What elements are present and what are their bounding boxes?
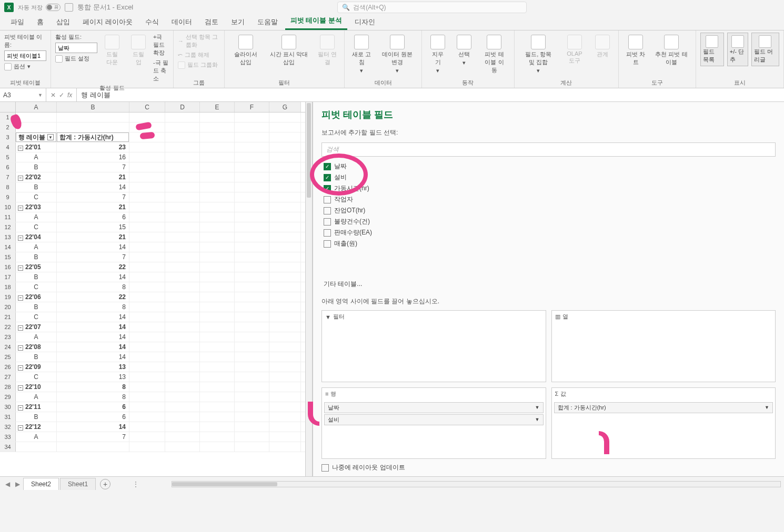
row-header[interactable]: 6 [0,162,16,172]
pivot-value-cell[interactable]: 14 [57,312,129,322]
tab-home[interactable]: 홈 [32,14,49,30]
field-settings-button[interactable]: 필드 설정 [55,54,97,63]
collapse-icon[interactable]: − [18,365,23,371]
pivot-item-cell[interactable]: C [16,282,57,292]
options-button[interactable]: 옵션 ▾ [4,62,46,71]
row-pill[interactable]: 날짜▼ [324,402,544,413]
col-header-E[interactable]: E [200,102,235,112]
row-header[interactable]: 14 [0,242,16,252]
pivot-item-cell[interactable] [16,442,57,452]
row-label-dropdown-icon[interactable]: ▼ [47,134,54,140]
tab-review[interactable]: 검토 [199,14,224,30]
spreadsheet[interactable]: A B C D E F G 123행 레이블▼합계 : 가동시간(hr)4−22… [0,102,305,476]
tab-insert[interactable]: 삽입 [51,14,75,30]
tab-pivot-analyze[interactable]: 피벗 테이블 분석 [285,13,347,30]
row-header[interactable]: 29 [0,392,16,402]
field-headers-toggle[interactable]: 필드 머리글 [751,33,779,66]
field-item[interactable]: 작업자 [321,194,776,205]
col-header-D[interactable]: D [165,102,200,112]
pivot-group-cell[interactable]: −22'11 [16,402,57,412]
pivot-group-cell[interactable]: −22'06 [16,292,57,302]
field-item[interactable]: 판매수량(EA) [321,227,776,238]
pivot-group-cell[interactable]: −22'01 [16,142,57,152]
pivot-item-cell[interactable]: A [16,392,57,402]
calc-field-button[interactable]: 필드, 항목 및 집합 ▾ [519,33,558,76]
collapse-icon[interactable]: − [18,405,23,411]
field-item[interactable]: ✓설비 [321,172,776,183]
pivot-value-cell[interactable]: 8 [57,302,129,312]
pivot-value-cell[interactable]: 14 [57,332,129,342]
row-header[interactable]: 32 [0,422,16,432]
collapse-icon[interactable]: − [18,345,23,351]
pivot-value-cell[interactable]: 14 [57,352,129,362]
expand-field-button[interactable]: +극 필드 확장 [153,33,169,57]
area-rows[interactable]: ≡행 날짜▼설비▼ [321,387,546,459]
collapse-icon[interactable]: − [18,146,23,151]
pivot-item-cell[interactable]: B [16,162,57,172]
autosave-toggle[interactable]: 자동 저장 끔 [18,4,61,12]
refresh-button[interactable]: 새로 고침 ▾ [349,33,374,76]
row-header[interactable]: 27 [0,372,16,382]
tab-help[interactable]: 도움말 [252,14,283,30]
pivot-value-cell[interactable]: 22 [57,262,129,272]
pivot-item-cell[interactable]: A [16,432,57,442]
row-header[interactable]: 23 [0,332,16,342]
row-header[interactable]: 22 [0,322,16,332]
horizontal-scrollbar[interactable] [172,481,781,487]
pivot-value-cell[interactable]: 14 [57,422,129,432]
row-header[interactable]: 8 [0,182,16,192]
row-header[interactable]: 11 [0,212,16,222]
pivot-value-cell[interactable]: 21 [57,232,129,242]
pivot-value-cell[interactable]: 13 [57,372,129,382]
pivot-value-cell[interactable]: 8 [57,392,129,402]
row-header[interactable]: 1 [0,112,16,122]
tab-view[interactable]: 보기 [226,14,250,30]
select-button[interactable]: 선택 ▾ [453,33,476,68]
pivot-value-cell[interactable]: 22 [57,292,129,302]
row-header[interactable]: 28 [0,382,16,392]
pivot-group-cell[interactable]: −22'09 [16,362,57,372]
row-header[interactable]: 19 [0,292,16,302]
row-header[interactable]: 4 [0,142,16,152]
collapse-icon[interactable]: − [18,325,23,331]
pivot-value-cell[interactable]: 14 [57,182,129,192]
pivot-value-cell[interactable]: 6 [57,212,129,222]
pivot-group-cell[interactable]: −22'02 [16,172,57,182]
pivot-item-cell[interactable]: B [16,352,57,362]
row-header[interactable]: 20 [0,302,16,312]
col-header-A[interactable]: A [16,102,57,112]
pivot-group-cell[interactable]: −22'08 [16,342,57,352]
row-header[interactable]: 10 [0,202,16,212]
pivot-value-cell[interactable]: 13 [57,362,129,372]
pivot-value-cell[interactable]: 7 [57,162,129,172]
field-checkbox[interactable] [324,196,331,203]
clear-button[interactable]: 지우기 ▾ [426,33,449,76]
collapse-icon[interactable]: − [18,265,23,271]
field-checkbox[interactable] [324,207,331,214]
row-header[interactable]: 7 [0,172,16,182]
row-header[interactable]: 2 [0,122,16,132]
tab-file[interactable]: 파일 [5,14,29,30]
chevron-down-icon[interactable]: ▼ [765,405,769,410]
pivot-value-cell[interactable]: 7 [57,432,129,442]
pivot-item-cell[interactable]: C [16,312,57,322]
sheet-nav-next-icon[interactable]: ▶ [13,480,22,488]
active-field-input[interactable] [55,43,97,53]
pivot-value-cell[interactable]: 16 [57,152,129,162]
field-checkbox[interactable]: ✓ [324,174,331,181]
field-checkbox[interactable] [324,240,331,248]
pivot-item-cell[interactable]: C [16,372,57,382]
pivot-group-cell[interactable]: −22'05 [16,262,57,272]
collapse-icon[interactable]: − [18,236,23,241]
search-box[interactable]: 🔍 검색(Alt+Q) [337,2,527,13]
slicer-button[interactable]: 슬라이서 삽입 [229,33,263,68]
row-header[interactable]: 18 [0,282,16,292]
select-all-corner[interactable] [0,102,16,112]
pivot-item-cell[interactable]: A [16,332,57,342]
timeline-button[interactable]: 시간 표시 막대 삽입 [266,33,312,68]
pane-search-input[interactable]: 검색 [321,142,776,157]
collapse-icon[interactable]: − [18,385,23,391]
pivot-item-cell[interactable]: B [16,182,57,192]
pivot-item-cell[interactable]: A [16,242,57,252]
pivot-value-cell[interactable]: 14 [57,322,129,332]
